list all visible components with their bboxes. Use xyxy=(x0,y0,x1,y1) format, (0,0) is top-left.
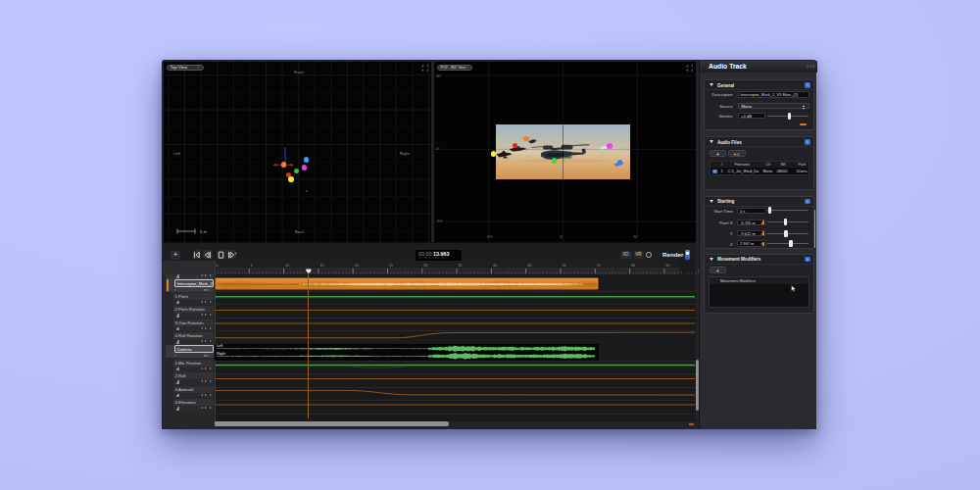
svg-text:5 m: 5 m xyxy=(200,229,207,234)
